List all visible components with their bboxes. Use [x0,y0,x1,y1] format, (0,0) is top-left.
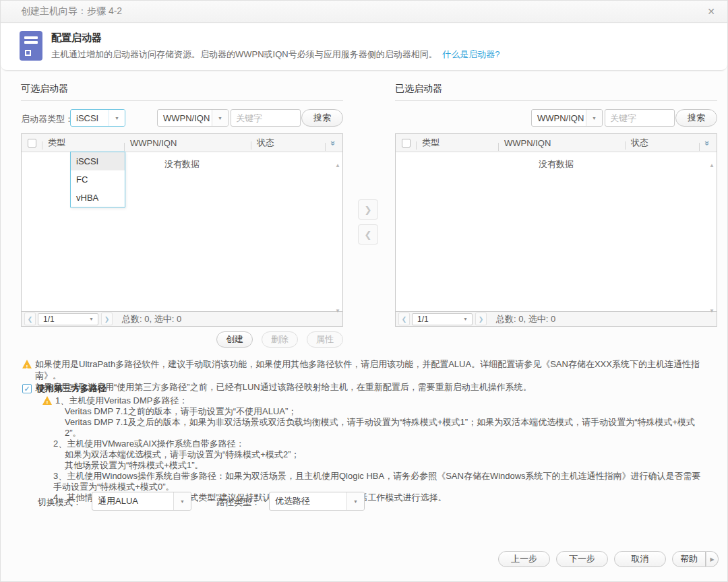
chevron-down-icon[interactable]: ▼ [346,492,364,510]
column-header-wwpn-iqn: WWPN/IQN [124,138,251,148]
menu-item-iscsi[interactable]: iSCSI [71,152,125,170]
switch-mode-label: 切换模式： [38,496,82,509]
menu-item-fc[interactable]: FC [71,170,125,189]
step-title: 配置启动器 [51,32,102,44]
warning-line-1: 如果使用是UltraPath多路径软件，建议手动取消该功能，如果使用其他多路径软… [35,358,721,381]
initiator-type-value: iSCSI [71,113,109,123]
available-panel-title: 可选启动器 [21,83,343,96]
selected-search-button[interactable]: 搜索 [675,109,717,127]
delete-button[interactable]: 删除 [262,331,298,348]
scroll-down-icon[interactable]: ▼ [709,308,715,314]
chevron-down-icon[interactable]: ▼ [109,110,125,126]
warning-line-2: 如果启用或取消启用“使用第三方多路径”之前，已经有LUN通过该路径映射给主机，在… [22,381,721,393]
selected-filter-field-select[interactable]: WWPN/IQN ▼ [531,109,603,127]
column-config-icon[interactable]: » [699,138,717,148]
third-party-multipath-checkbox[interactable]: ✓ [22,384,32,393]
initiator-action-row: 创建 删除 属性 [21,331,343,348]
column-header-status: 状态 [251,137,325,149]
selected-initiators-panel: 已选启动器 WWPN/IQN ▼ 搜索 类型 WWPN/IQN 状态 » 没有数… [395,83,717,327]
path-type-label: 路径类型： [216,496,260,509]
properties-button[interactable]: 属性 [307,331,343,348]
selected-filter-row: WWPN/IQN ▼ 搜索 [395,109,717,127]
arrow-right-icon: ▶ [710,556,714,562]
scroll-up-icon[interactable]: ▲ [709,162,715,168]
wizard-footer: 上一步 下一步 取消 帮助 ▶ [498,551,719,567]
column-header-type: 类型 [416,137,498,149]
available-keyword-input[interactable] [231,109,301,127]
help-split-button: 帮助 ▶ [672,551,719,567]
note-line: 如果为双活本端优选模式，请手动设置为“特殊模式+模式2”； [42,449,704,460]
dialog-titlebar[interactable]: 创建主机向导：步骤 4-2 ✕ [1,1,727,23]
mode-settings-row: 切换模式： 通用ALUA ▼ 路径类型： 优选路径 ▼ [38,492,442,511]
column-header-wwpn-iqn: WWPN/IQN [498,138,625,148]
move-right-icon: ❯ [365,205,372,215]
available-select-all-checkbox[interactable] [28,139,36,148]
ultrapath-warning: ! 如果使用是UltraPath多路径软件，建议手动取消该功能，如果使用其他多路… [22,358,721,393]
next-step-button[interactable]: 下一步 [556,551,608,567]
initiator-type-label: 启动器类型： [21,113,73,125]
move-left-button[interactable]: ❮ [358,224,378,245]
note-line: Veritas DMP 7.1及之后的版本，如果为非双活场景或双活负载均衡模式，… [42,417,704,439]
scroll-down-icon[interactable]: ▼ [335,308,340,314]
available-search-button[interactable]: 搜索 [301,109,343,127]
third-party-multipath-row: ✓ 使用第三方多路径 [22,383,107,395]
column-header-status: 状态 [625,137,699,149]
selected-table-body: 没有数据 ▲ ▼ [396,158,717,318]
path-type-select[interactable]: 优选路径 ▼ [269,492,365,511]
previous-step-button[interactable]: 上一步 [498,551,550,567]
column-config-icon[interactable]: » [325,138,342,148]
note-line: 其他场景设置为“特殊模式+模式1”。 [42,460,704,471]
wizard-step-header: 配置启动器 主机通过增加的启动器访问存储资源。启动器的WWPN或IQN号必须与应… [1,24,727,71]
available-initiators-table: 类型 WWPN/IQN 状态 » 没有数据 ▲ ▼ [21,133,343,311]
scroll-up-icon[interactable]: ▲ [335,162,340,168]
close-icon[interactable]: ✕ [707,7,715,16]
available-initiators-panel: 可选启动器 启动器类型： iSCSI ▼ iSCSI FC vHBA WWPN/… [21,83,343,327]
note-line: Veritas DMP 7.1之前的版本，请手动设置为“不使用ALUA”； [42,406,704,417]
selected-initiators-table: 类型 WWPN/IQN 状态 » 没有数据 ▲ ▼ [395,133,717,311]
panel-divider [395,100,717,101]
menu-item-vhba[interactable]: vHBA [71,189,125,207]
create-host-wizard-dialog: 创建主机向导：步骤 4-2 ✕ 配置启动器 主机通过增加的启动器访问存储资源。启… [0,0,728,582]
selected-keyword-input[interactable] [605,109,675,127]
step-description: 主机通过增加的启动器访问存储资源。启动器的WWPN或IQN号必须与应用服务器侧的… [51,48,500,61]
chevron-down-icon[interactable]: ▼ [173,492,191,510]
available-table-header: 类型 WWPN/IQN 状态 » [22,134,342,152]
selected-panel-title: 已选启动器 [395,83,717,96]
create-button[interactable]: 创建 [216,331,253,348]
warning-icon: ! [42,396,52,405]
cancel-button[interactable]: 取消 [614,551,666,567]
column-header-type: 类型 [42,137,124,149]
move-right-button[interactable]: ❯ [358,199,378,220]
selected-select-all-checkbox[interactable] [402,139,411,148]
step-description-text: 主机通过增加的启动器访问存储资源。启动器的WWPN或IQN号必须与应用服务器侧的… [51,49,437,59]
note-line: 2、主机使用VMware或AIX操作系统自带多路径： [42,439,704,449]
note-line: 3、主机使用Windows操作系统自带多路径：如果为双活场景，且主机使用Qlog… [42,471,704,492]
what-is-initiator-link[interactable]: 什么是启动器? [442,49,499,59]
third-party-multipath-label: 使用第三方多路径 [36,383,107,395]
chevron-down-icon[interactable]: ▼ [212,110,228,126]
available-filter-field-select[interactable]: WWPN/IQN ▼ [157,109,229,127]
initiator-type-dropdown-menu: iSCSI FC vHBA [70,152,125,207]
available-filter-row: 启动器类型： iSCSI ▼ iSCSI FC vHBA WWPN/IQN ▼ … [21,109,343,127]
initiator-type-select[interactable]: iSCSI ▼ [70,109,125,127]
dialog-title: 创建主机向导：步骤 4-2 [21,5,122,18]
switch-mode-select[interactable]: 通用ALUA ▼ [92,492,191,511]
help-more-button[interactable]: ▶ [706,551,719,567]
multipath-notes: ! 1、主机使用Veritas DMP多路径： Veritas DMP 7.1之… [42,395,704,503]
empty-data-text: 没有数据 [396,158,717,170]
host-server-icon [20,31,42,61]
selected-table-header: 类型 WWPN/IQN 状态 » [396,134,717,152]
panel-divider [21,100,343,101]
warning-icon: ! [22,360,32,368]
help-button[interactable]: 帮助 [672,551,706,567]
chevron-down-icon[interactable]: ▼ [586,110,602,126]
move-left-icon: ❮ [365,230,372,240]
note-line: ! 1、主机使用Veritas DMP多路径： [42,395,704,406]
